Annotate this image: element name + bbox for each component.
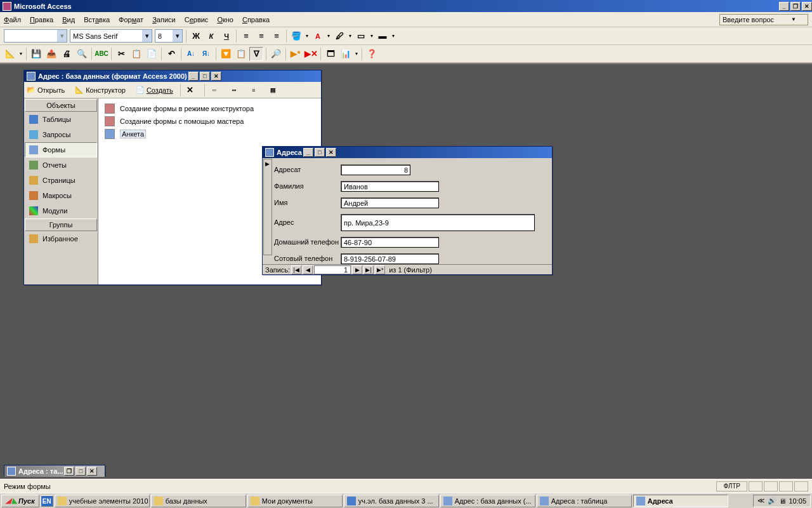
fill-color-button[interactable]: 🪣 <box>289 29 303 43</box>
tray-chevron-icon[interactable]: ≪ <box>757 497 765 505</box>
min-close-button[interactable]: ✕ <box>87 467 97 476</box>
task-access-table[interactable]: Адреса : таблица <box>537 495 632 507</box>
border-button[interactable]: ▭ <box>354 29 368 43</box>
preview-button[interactable]: 🔍 <box>75 47 89 61</box>
menu-tools[interactable]: Сервис <box>185 16 209 23</box>
groups-header[interactable]: Группы <box>25 218 97 231</box>
task-folder-2[interactable]: базы данных <box>151 495 246 507</box>
input-cell-phone[interactable] <box>341 253 439 264</box>
tray-volume-icon[interactable]: 🔊 <box>768 497 776 505</box>
italic-button[interactable]: К <box>204 29 218 43</box>
bold-button[interactable]: Ж <box>189 29 203 43</box>
sidebar-favorites[interactable]: Избранное <box>25 231 97 246</box>
db-close-button[interactable]: ✕ <box>211 72 221 81</box>
start-button[interactable]: ◢◣ Пуск <box>1 495 39 507</box>
tray-clock[interactable]: 10:05 <box>789 497 806 505</box>
new-record-button[interactable]: ▶* <box>289 47 303 61</box>
db-titlebar[interactable]: Адрес : база данных (формат Access 2000)… <box>24 70 321 82</box>
cut-button[interactable]: ✂ <box>114 47 128 61</box>
line-dd[interactable]: ▾ <box>347 33 353 39</box>
special-effect-button[interactable]: ▬ <box>376 29 390 43</box>
menu-format[interactable]: Формат <box>119 16 143 23</box>
menu-view[interactable]: Вид <box>62 16 75 23</box>
align-right-button[interactable]: ≡ <box>270 29 284 43</box>
sidebar-reports[interactable]: Отчеты <box>25 157 97 173</box>
min-restore-button[interactable]: ❐ <box>64 467 74 476</box>
help-button[interactable]: ❓ <box>365 47 379 61</box>
undo-button[interactable]: ↶ <box>164 47 178 61</box>
font-color-dd[interactable]: ▾ <box>325 33 332 39</box>
export-button[interactable]: 📤 <box>44 47 58 61</box>
filter-selection-button[interactable]: 🔽 <box>219 47 233 61</box>
menu-help[interactable]: Справка <box>242 16 270 23</box>
task-word-doc[interactable]: уч.эл. база данных 3 ... <box>344 495 439 507</box>
nav-prev-button[interactable]: ◀ <box>303 265 313 274</box>
effect-dd[interactable]: ▾ <box>390 33 396 39</box>
menu-edit[interactable]: Правка <box>30 16 53 23</box>
menu-insert[interactable]: Вставка <box>84 16 110 23</box>
copy-button[interactable]: 📋 <box>129 47 143 61</box>
align-center-button[interactable]: ≡ <box>254 29 268 43</box>
create-form-wizard[interactable]: Создание формы с помощью мастера <box>102 115 317 128</box>
minimize-button[interactable]: _ <box>779 2 789 11</box>
task-folder-3[interactable]: Мои документы <box>247 495 343 507</box>
restore-button[interactable]: ❐ <box>790 2 801 11</box>
input-name[interactable] <box>341 197 439 208</box>
fontsize-combo[interactable]: 8▾ <box>155 29 183 43</box>
task-access-form[interactable]: Адреса <box>633 495 728 507</box>
db-min-button[interactable]: _ <box>188 72 199 81</box>
sidebar-macros[interactable]: Макросы <box>25 188 97 203</box>
font-combo[interactable]: MS Sans Serif▾ <box>70 29 152 43</box>
fill-dd[interactable]: ▾ <box>304 33 310 39</box>
view-large-icon[interactable]: ▫▫ <box>207 83 221 97</box>
sidebar-modules[interactable]: Модули <box>25 203 97 218</box>
close-button[interactable]: ✕ <box>802 2 812 11</box>
tray-monitor-icon[interactable]: 🖥 <box>779 497 786 505</box>
form-close-button[interactable]: ✕ <box>326 148 336 157</box>
sidebar-forms[interactable]: Формы <box>25 142 97 157</box>
db-max-button[interactable]: □ <box>200 72 210 81</box>
task-folder-1[interactable]: учебные элементы 2010 <box>55 495 150 507</box>
lang-indicator[interactable]: EN <box>41 495 53 507</box>
system-tray[interactable]: ≪ 🔊 🖥 10:05 <box>753 495 811 507</box>
view-details-icon[interactable]: ▤ <box>266 83 280 97</box>
underline-button[interactable]: Ч <box>219 29 233 43</box>
filter-form-button[interactable]: 📋 <box>234 47 248 61</box>
font-color-button[interactable]: A <box>311 29 325 43</box>
objects-header[interactable]: Объекты <box>25 99 97 112</box>
minimized-table-window[interactable]: Адреса : та... ❐ □ ✕ <box>4 465 105 476</box>
task-access-db[interactable]: Адрес : база данных (... <box>440 495 535 507</box>
input-address[interactable] <box>341 214 535 231</box>
input-home-phone[interactable] <box>341 237 439 248</box>
new-object-button[interactable]: 📊 <box>339 47 353 61</box>
delete-record-button[interactable]: ▶✕ <box>304 47 318 61</box>
create-form-designer[interactable]: Создание формы в режиме конструктора <box>102 102 317 115</box>
sidebar-queries[interactable]: Запросы <box>25 127 97 142</box>
input-surname[interactable] <box>341 181 439 192</box>
db-window-button[interactable]: 🗔 <box>324 47 337 61</box>
form-min-button[interactable]: _ <box>303 148 313 157</box>
db-open-button[interactable]: 📂Открыть <box>27 86 70 94</box>
line-color-button[interactable]: 🖊 <box>332 29 346 43</box>
input-addressee[interactable] <box>341 164 410 175</box>
sort-asc-button[interactable]: А↓ <box>184 47 198 61</box>
spell-button[interactable]: ABC <box>95 47 108 61</box>
find-button[interactable]: 🔎 <box>269 47 283 61</box>
view-small-icon[interactable]: ▪▪ <box>227 83 241 97</box>
nav-last-button[interactable]: ▶| <box>363 265 374 274</box>
view-button[interactable]: 📐 <box>3 47 17 61</box>
sidebar-tables[interactable]: Таблицы <box>25 112 97 127</box>
print-button[interactable]: 🖨 <box>60 47 74 61</box>
align-left-button[interactable]: ≡ <box>239 29 253 43</box>
record-selector[interactable] <box>263 159 272 255</box>
sidebar-pages[interactable]: Страницы <box>25 173 97 188</box>
nav-new-button[interactable]: ▶* <box>375 265 385 274</box>
object-combo[interactable]: ▾ <box>4 29 67 43</box>
min-max-button[interactable]: □ <box>75 467 86 476</box>
menu-records[interactable]: Записи <box>152 16 176 23</box>
sort-desc-button[interactable]: Я↓ <box>199 47 213 61</box>
paste-button[interactable]: 📄 <box>145 47 159 61</box>
db-design-button[interactable]: 📐Конструктор <box>75 86 131 94</box>
form-anketa[interactable]: Анкета <box>102 128 317 140</box>
save-button[interactable]: 💾 <box>29 47 43 61</box>
